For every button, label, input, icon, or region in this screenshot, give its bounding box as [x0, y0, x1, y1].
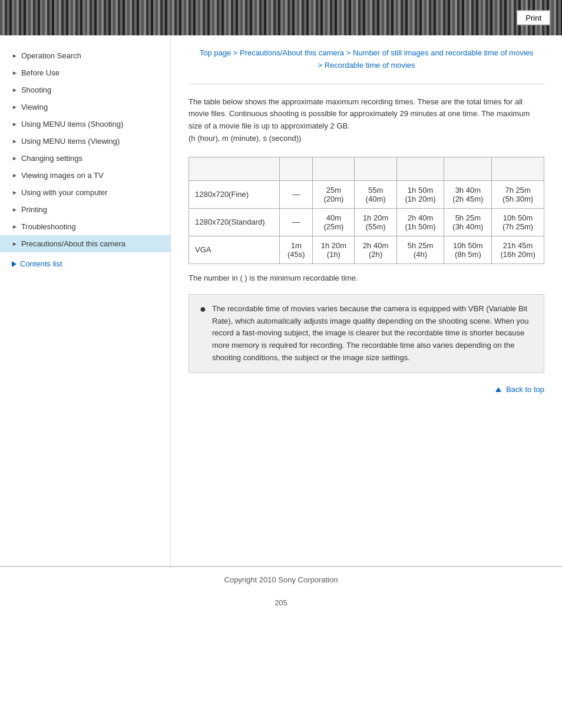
arrow-icon: ►: [12, 70, 18, 76]
sidebar-item-label: Using with your computer: [21, 188, 108, 197]
sidebar-item-label: Viewing: [21, 103, 48, 111]
contents-list-label: Contents list: [20, 259, 62, 268]
arrow-icon: ►: [12, 87, 18, 93]
table-cell-label: VGA: [189, 236, 280, 263]
table-cell-data: 55m(40m): [355, 180, 396, 208]
table-row: 1280x720(Fine)—25m(20m)55m(40m)1h 50m(1h…: [189, 180, 544, 208]
breadcrumb-recordable-time[interactable]: Recordable time of movies: [325, 61, 415, 70]
breadcrumb-separator: >: [318, 61, 324, 70]
table-cell-data: 21h 45m(16h 20m): [492, 236, 544, 263]
triangle-up-icon: [495, 387, 501, 392]
page-number: 205: [0, 592, 562, 613]
col-header-5: [444, 157, 492, 180]
sidebar-item-label: Using MENU items (Viewing): [21, 137, 120, 146]
print-button[interactable]: Print: [517, 11, 550, 25]
table-cell-label: 1280x720(Standard): [189, 208, 280, 236]
sidebar-item-label: Changing settings: [21, 154, 82, 163]
table-cell-data: 1m(45s): [280, 236, 313, 263]
sidebar-item-before-use[interactable]: ► Before Use: [0, 64, 170, 81]
recording-table: 1280x720(Fine)—25m(20m)55m(40m)1h 50m(1h…: [189, 157, 544, 264]
arrow-icon: ►: [12, 155, 18, 162]
arrow-icon: ►: [12, 121, 18, 127]
arrow-icon: ►: [12, 52, 18, 59]
table-cell-data: 1h 20m(1h): [313, 236, 355, 263]
main-layout: ► Operation Search ► Before Use ► Shooti…: [0, 35, 562, 566]
breadcrumb-top-page[interactable]: Top page: [200, 48, 232, 57]
sidebar-item-label: Viewing images on a TV: [21, 171, 104, 180]
sidebar-item-label: Shooting: [21, 85, 51, 94]
table-cell-data: 3h 40m(2h 45m): [444, 180, 492, 208]
arrow-icon: ►: [12, 206, 18, 213]
sidebar-item-operation-search[interactable]: ► Operation Search: [0, 47, 170, 64]
back-to-top-link[interactable]: Back to top: [189, 385, 544, 394]
col-header-4: [396, 157, 444, 180]
table-cell-data: —: [280, 208, 313, 236]
table-cell-data: 5h 25m(3h 40m): [444, 208, 492, 236]
bullet-icon: ●: [200, 304, 206, 314]
col-header-1: [280, 157, 313, 180]
table-cell-data: 5h 25m(4h): [396, 236, 444, 263]
table-cell-data: 7h 25m(5h 30m): [492, 180, 544, 208]
table-row: 1280x720(Standard)—40m(25m)1h 20m(55m)2h…: [189, 208, 544, 236]
table-cell-data: 1h 50m(1h 20m): [396, 180, 444, 208]
arrow-icon: ►: [12, 172, 18, 179]
sidebar-item-label: Using MENU items (Shooting): [21, 120, 123, 129]
arrow-icon: ►: [12, 189, 18, 196]
back-to-top-label: Back to top: [506, 385, 544, 394]
arrow-icon: ►: [12, 138, 18, 144]
col-header-label: [189, 157, 280, 180]
note-text: The recordable time of movies varies bec…: [212, 303, 533, 364]
breadcrumb: Top page > Precautions/About this camera…: [189, 47, 544, 72]
breadcrumb-precautions[interactable]: Precautions/About this camera: [240, 48, 344, 57]
header-bar: Print: [0, 0, 562, 35]
table-cell-data: 2h 40m(2h): [355, 236, 396, 263]
table-cell-data: 10h 50m(7h 25m): [492, 208, 544, 236]
breadcrumb-separator: >: [346, 48, 353, 57]
arrow-icon: ►: [12, 241, 18, 247]
divider: [189, 84, 544, 84]
arrow-icon: ►: [12, 104, 18, 110]
col-header-3: [355, 157, 396, 180]
sidebar-item-label: Troubleshooting: [21, 222, 76, 231]
col-header-2: [313, 157, 355, 180]
sidebar-item-changing-settings[interactable]: ► Changing settings: [0, 150, 170, 167]
sidebar-item-label: Printing: [21, 205, 47, 214]
footer: Copyright 2010 Sony Corporation: [0, 566, 562, 592]
sidebar: ► Operation Search ► Before Use ► Shooti…: [0, 35, 171, 566]
arrow-right-icon: [12, 261, 16, 267]
note-box: ● The recordable time of movies varies b…: [189, 294, 544, 373]
table-cell-data: 25m(20m): [313, 180, 355, 208]
table-cell-label: 1280x720(Fine): [189, 180, 280, 208]
sidebar-item-shooting[interactable]: ► Shooting: [0, 81, 170, 98]
contents-list-link[interactable]: Contents list: [0, 252, 170, 275]
description-text: The table below shows the approximate ma…: [189, 96, 544, 145]
table-cell-data: 2h 40m(1h 50m): [396, 208, 444, 236]
sidebar-item-using-menu-viewing[interactable]: ► Using MENU items (Viewing): [0, 133, 170, 150]
arrow-icon: ►: [12, 223, 18, 230]
table-cell-data: 10h 50m(8h 5m): [444, 236, 492, 263]
table-cell-data: —: [280, 180, 313, 208]
sidebar-item-label: Operation Search: [21, 51, 81, 60]
sidebar-item-viewing-images-tv[interactable]: ► Viewing images on a TV: [0, 167, 170, 184]
sidebar-item-troubleshooting[interactable]: ► Troubleshooting: [0, 218, 170, 235]
copyright-text: Copyright 2010 Sony Corporation: [224, 575, 338, 584]
table-cell-data: 40m(25m): [313, 208, 355, 236]
note-bullet: ● The recordable time of movies varies b…: [200, 303, 533, 364]
sidebar-item-precautions[interactable]: ► Precautions/About this camera: [0, 235, 170, 252]
main-content: Top page > Precautions/About this camera…: [171, 35, 562, 566]
sidebar-item-using-your-computer[interactable]: ► Using with your computer: [0, 184, 170, 201]
sidebar-item-label: Precautions/About this camera: [21, 239, 125, 248]
table-cell-data: 1h 20m(55m): [355, 208, 396, 236]
breadcrumb-separator: >: [233, 48, 240, 57]
sidebar-item-using-menu-shooting[interactable]: ► Using MENU items (Shooting): [0, 116, 170, 133]
min-recordable-note: The number in ( ) is the minimum recorda…: [189, 274, 544, 282]
table-row: VGA1m(45s)1h 20m(1h)2h 40m(2h)5h 25m(4h)…: [189, 236, 544, 263]
col-header-6: [492, 157, 544, 180]
sidebar-item-viewing[interactable]: ► Viewing: [0, 98, 170, 116]
sidebar-item-printing[interactable]: ► Printing: [0, 201, 170, 218]
breadcrumb-number-still[interactable]: Number of still images and recordable ti…: [353, 48, 533, 57]
sidebar-item-label: Before Use: [21, 68, 59, 77]
